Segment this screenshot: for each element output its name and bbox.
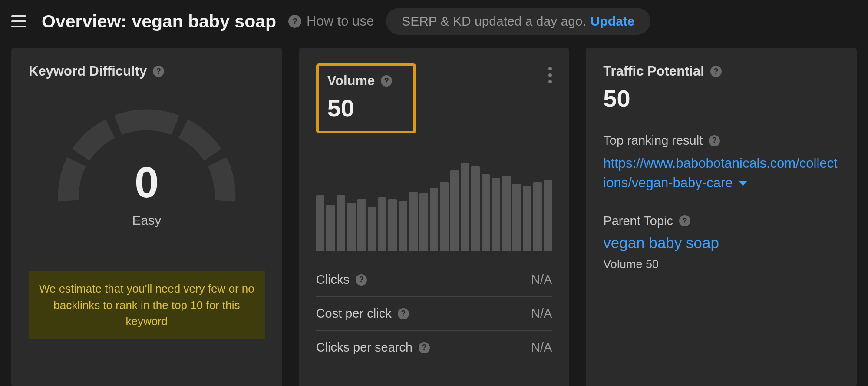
parent-topic-volume: Volume 50: [603, 258, 839, 271]
top-ranking-label-text: Top ranking result: [603, 133, 703, 148]
chart-bar: [399, 201, 407, 251]
volume-card: Volume ? 50 Clicks?N/ACost per click?N/A…: [299, 48, 570, 386]
chart-bar: [316, 195, 325, 251]
volume-title-text: Volume: [327, 73, 375, 89]
chart-bar: [378, 197, 387, 251]
chart-bar: [347, 203, 356, 251]
metric-label-text: Clicks: [316, 273, 350, 287]
metric-label: Clicks per search?: [316, 340, 430, 355]
kebab-menu-icon[interactable]: [548, 67, 552, 83]
question-icon[interactable]: ?: [381, 75, 392, 87]
question-icon[interactable]: ?: [419, 342, 430, 353]
metric-value: N/A: [531, 340, 552, 355]
traffic-potential-card: Traffic Potential ? 50 Top ranking resul…: [586, 48, 857, 386]
question-icon[interactable]: ?: [153, 66, 164, 77]
chart-bar: [544, 180, 552, 251]
chart-bar: [326, 205, 335, 251]
chart-bar: [523, 186, 531, 251]
chart-bar: [482, 174, 490, 251]
parent-topic-link[interactable]: vegan baby soap: [603, 234, 839, 252]
keyword-difficulty-card: Keyword Difficulty ? 0 Easy We estimate …: [11, 48, 282, 386]
kd-value: 0: [51, 157, 242, 207]
question-icon[interactable]: ?: [356, 274, 367, 286]
chart-bar: [388, 199, 397, 251]
metric-label: Cost per click?: [316, 306, 409, 321]
metric-value: N/A: [531, 273, 552, 287]
chart-bar: [419, 193, 428, 251]
metric-row: Clicks?N/A: [316, 263, 552, 296]
volume-metrics-list: Clicks?N/ACost per click?N/AClicks per s…: [316, 263, 552, 364]
parent-topic-label: Parent Topic ?: [603, 214, 839, 228]
volume-value: 50: [327, 94, 405, 122]
chart-bar: [461, 163, 469, 251]
hamburger-menu-icon[interactable]: [11, 12, 30, 30]
how-to-use-link[interactable]: ? How to use: [288, 13, 374, 29]
chart-bar: [430, 188, 439, 251]
chart-bar: [492, 178, 500, 251]
tp-value: 50: [603, 84, 839, 113]
chart-bar: [440, 182, 449, 251]
kd-label: Easy: [29, 213, 265, 228]
question-icon[interactable]: ?: [710, 66, 722, 77]
page-title: Overview: vegan baby soap: [42, 11, 276, 32]
chart-bar: [337, 195, 345, 251]
volume-highlight-box: Volume ? 50: [316, 63, 416, 133]
question-icon[interactable]: ?: [679, 215, 690, 226]
top-ranking-url-link[interactable]: https://www.babobotanicals.com/collectio…: [603, 154, 839, 193]
volume-trend-chart: [316, 155, 552, 251]
chart-bar: [357, 199, 366, 251]
metric-value: N/A: [531, 306, 552, 321]
question-icon: ?: [288, 15, 301, 28]
metric-label-text: Clicks per search: [316, 340, 413, 355]
kd-title-text: Keyword Difficulty: [29, 63, 147, 79]
tp-title: Traffic Potential ?: [603, 63, 839, 79]
update-link[interactable]: Update: [591, 14, 635, 29]
kd-note: We estimate that you'll need very few or…: [29, 271, 265, 339]
kd-title: Keyword Difficulty ?: [29, 63, 265, 79]
chart-bar: [502, 176, 511, 251]
question-icon[interactable]: ?: [709, 135, 720, 146]
top-ranking-url-text: https://www.babobotanicals.com/collectio…: [603, 156, 837, 190]
tp-title-text: Traffic Potential: [603, 63, 704, 79]
chart-bar: [409, 192, 418, 251]
metric-row: Clicks per search?N/A: [316, 330, 552, 364]
question-icon[interactable]: ?: [398, 308, 409, 319]
update-status-text: SERP & KD updated a day ago.: [402, 14, 586, 29]
chart-bar: [512, 184, 521, 251]
metric-label: Clicks?: [316, 273, 367, 287]
top-ranking-label: Top ranking result ?: [603, 133, 839, 148]
volume-title: Volume ?: [327, 73, 405, 89]
metric-label-text: Cost per click: [316, 306, 392, 321]
cards-row: Keyword Difficulty ? 0 Easy We estimate …: [0, 43, 868, 386]
kd-gauge: 0 Easy: [29, 96, 265, 228]
header-bar: Overview: vegan baby soap ? How to use S…: [0, 0, 868, 43]
chart-bar: [533, 182, 542, 251]
chart-bar: [368, 207, 376, 251]
caret-down-icon[interactable]: [739, 181, 747, 186]
update-status-pill: SERP & KD updated a day ago. Update: [386, 8, 650, 35]
metric-row: Cost per click?N/A: [316, 296, 552, 330]
how-to-use-label: How to use: [307, 13, 374, 29]
parent-topic-label-text: Parent Topic: [603, 214, 673, 228]
chart-bar: [450, 170, 459, 251]
chart-bar: [471, 166, 480, 251]
